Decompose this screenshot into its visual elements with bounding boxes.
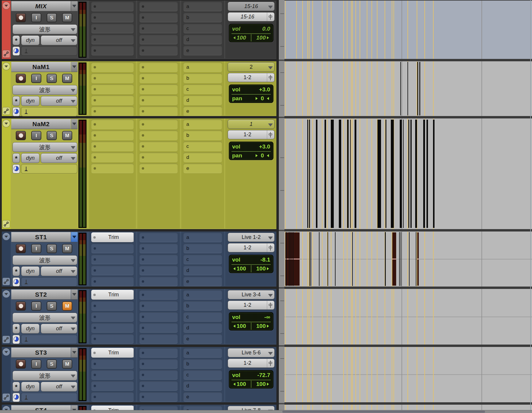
insert-slot[interactable] <box>139 141 178 151</box>
playlist-selector-button[interactable] <box>21 277 77 287</box>
scrollbar-thumb[interactable] <box>282 411 485 413</box>
output-window-button[interactable] <box>267 73 274 82</box>
send-slot[interactable]: c <box>183 84 222 94</box>
track-name[interactable]: ST2 <box>11 290 71 300</box>
insert-slot[interactable] <box>91 46 134 55</box>
mute-button[interactable]: M <box>62 359 72 369</box>
note-bar[interactable] <box>408 120 409 228</box>
playlist-selector-button[interactable] <box>21 46 77 56</box>
playlist-selector-button[interactable] <box>21 107 77 116</box>
insert-slot[interactable] <box>139 370 178 380</box>
insert-slot[interactable] <box>139 35 178 44</box>
solo-button[interactable]: S <box>47 131 57 140</box>
note-bar[interactable] <box>400 120 402 228</box>
track-options-menu-button[interactable] <box>71 290 78 300</box>
insert-slot[interactable] <box>91 323 134 333</box>
horizontal-scrollbar[interactable] <box>0 410 532 413</box>
input-selector[interactable]: Live 1-2 <box>228 233 275 242</box>
note-bar[interactable] <box>355 120 356 228</box>
send-slot[interactable]: b <box>183 12 222 22</box>
send-slot[interactable]: c <box>183 254 222 264</box>
note-bar[interactable] <box>339 120 341 228</box>
insert-slot[interactable] <box>139 323 178 333</box>
send-slot[interactable]: a <box>183 232 222 242</box>
insert-slot[interactable] <box>139 348 178 358</box>
solo-button[interactable]: S <box>47 244 57 253</box>
note-bar[interactable] <box>377 120 381 228</box>
insert-slot[interactable] <box>139 359 178 369</box>
volume-pan-display[interactable]: vol +3.0 pan 0 <box>229 85 273 103</box>
input-monitor-button[interactable]: I <box>31 244 41 253</box>
insert-slot[interactable] <box>139 301 178 311</box>
note-bar[interactable] <box>350 120 351 228</box>
track-view-selector[interactable]: 波形 <box>12 24 77 34</box>
send-slot[interactable]: a <box>183 348 222 358</box>
output-window-button[interactable] <box>267 130 274 139</box>
timebase-selector-button[interactable] <box>12 335 20 344</box>
playlist-selector-button[interactable] <box>21 393 77 402</box>
audio-clip[interactable] <box>285 232 300 286</box>
insert-slot[interactable] <box>139 12 178 22</box>
insert-slot[interactable] <box>91 84 134 94</box>
volume-pan-display[interactable]: vol -∞ 100 100 pan <box>229 312 273 331</box>
send-slot[interactable]: d <box>183 265 222 275</box>
insert-slot[interactable]: Trim <box>91 232 134 242</box>
insert-slot[interactable] <box>139 254 178 264</box>
insert-slot[interactable] <box>139 232 178 242</box>
send-slot[interactable]: b <box>183 243 222 253</box>
output-window-button[interactable] <box>267 243 274 252</box>
send-slot[interactable]: d <box>183 95 222 105</box>
track-options-menu-button[interactable] <box>71 232 78 242</box>
insert-slot[interactable] <box>91 12 134 22</box>
volume-pan-display[interactable]: vol +3.0 pan 0 <box>229 142 273 160</box>
automation-mode-button[interactable]: dyn <box>21 35 40 45</box>
insert-slot[interactable] <box>91 359 134 369</box>
insert-slot[interactable] <box>91 1 134 11</box>
input-monitor-button[interactable]: I <box>31 131 41 140</box>
group-link-button[interactable] <box>2 107 10 115</box>
insert-slot[interactable] <box>91 392 134 402</box>
track-collapse-button[interactable] <box>2 233 10 240</box>
record-arm-button[interactable] <box>16 301 26 311</box>
send-slot[interactable]: e <box>183 163 222 173</box>
insert-slot[interactable] <box>91 24 134 33</box>
record-arm-button[interactable] <box>16 359 26 369</box>
send-slot[interactable]: c <box>183 370 222 380</box>
output-selector[interactable]: 1-2 <box>228 301 275 310</box>
insert-slot[interactable] <box>139 1 178 11</box>
input-selector[interactable]: 2 <box>228 62 275 72</box>
send-slot[interactable]: b <box>183 130 222 140</box>
insert-slot[interactable] <box>139 119 178 129</box>
input-monitor-button[interactable]: I <box>31 13 41 22</box>
insert-slot[interactable] <box>139 46 178 55</box>
insert-slot[interactable] <box>91 265 134 275</box>
insert-slot[interactable] <box>139 265 178 275</box>
insert-slot[interactable] <box>139 392 178 402</box>
group-link-button[interactable] <box>2 336 10 343</box>
send-slot[interactable]: a <box>183 119 222 129</box>
automation-mode-button[interactable]: dyn <box>21 324 40 334</box>
send-slot[interactable]: a <box>183 62 222 72</box>
insert-slot[interactable] <box>139 130 178 140</box>
track-lane-nam2[interactable] <box>284 118 532 229</box>
input-selector[interactable]: 1 <box>228 120 275 129</box>
insert-slot[interactable]: Trim <box>91 290 134 300</box>
mute-button[interactable]: M <box>62 74 72 83</box>
note-bar[interactable] <box>316 120 317 228</box>
insert-slot[interactable] <box>139 276 178 286</box>
output-selector[interactable]: 1-2 <box>228 73 275 82</box>
track-lane-st3[interactable] <box>284 347 532 402</box>
elastic-audio-selector[interactable]: off <box>41 153 77 163</box>
insert-slot[interactable] <box>91 301 134 311</box>
send-slot[interactable]: d <box>183 152 222 162</box>
insert-slot[interactable] <box>91 381 134 391</box>
mute-button[interactable]: M <box>62 13 72 22</box>
note-bar[interactable] <box>347 120 349 228</box>
insert-slot[interactable] <box>91 370 134 380</box>
automation-asterisk-button[interactable]: * <box>12 266 20 276</box>
automation-asterisk-button[interactable]: * <box>12 324 20 334</box>
elastic-audio-selector[interactable]: off <box>41 266 77 276</box>
note-bar[interactable] <box>331 120 334 228</box>
insert-slot[interactable] <box>139 243 178 253</box>
track-options-menu-button[interactable] <box>71 348 78 358</box>
